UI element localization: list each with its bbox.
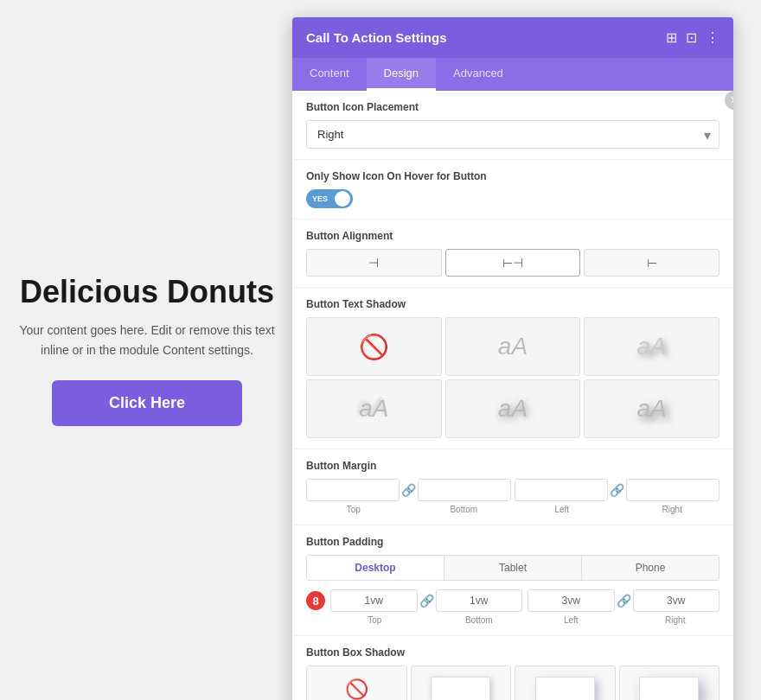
shadow-style-4[interactable]: aA bbox=[445, 379, 581, 438]
padding-lr-labels: Left Right bbox=[527, 615, 719, 625]
tab-content[interactable]: Content bbox=[292, 58, 367, 91]
tabs-bar: Content Design Advanced bbox=[292, 58, 733, 91]
shadow-none[interactable]: 🚫 bbox=[306, 317, 442, 376]
shadow-text-5: aA bbox=[637, 395, 667, 423]
icon-placement-section: Button Icon Placement Right Left None bbox=[292, 91, 733, 160]
margin-link-icon-2: 🔗 bbox=[610, 483, 624, 497]
text-shadow-section: Button Text Shadow 🚫 aA aA aA aA bbox=[292, 288, 733, 449]
show-icon-hover-toggle[interactable]: YES bbox=[306, 189, 353, 208]
shadow-text-4: aA bbox=[498, 395, 528, 423]
panel-content: Button Icon Placement Right Left None On… bbox=[292, 91, 733, 700]
padding-right-input[interactable] bbox=[633, 589, 720, 612]
settings-panel: Call To Action Settings ⊞ ⊡ ⋮ Content De… bbox=[292, 17, 733, 700]
padding-tb-labels: Top Bottom bbox=[330, 615, 523, 625]
padding-link-icon-2: 🔗 bbox=[617, 594, 631, 608]
margin-label: Button Margin bbox=[306, 460, 719, 472]
margin-bottom-label: Bottom bbox=[417, 505, 512, 514]
margin-labels-row: Top Bottom Left Right bbox=[306, 505, 719, 514]
margin-tb-labels: Top Bottom bbox=[306, 505, 511, 514]
padding-labels-row: Top Bottom Left Right bbox=[306, 615, 719, 625]
margin-right-label: Right bbox=[625, 505, 720, 514]
panel-header: Call To Action Settings ⊞ ⊡ ⋮ bbox=[292, 17, 733, 58]
shadow-style-2[interactable]: aA bbox=[584, 317, 719, 376]
box-shadow-none[interactable]: 🚫 bbox=[306, 665, 407, 700]
settings-icon[interactable]: ⊡ bbox=[686, 29, 697, 46]
align-left-btn[interactable]: ⊣ bbox=[306, 249, 442, 277]
box-shadow-label: Button Box Shadow bbox=[306, 646, 719, 659]
padding-left-input[interactable] bbox=[528, 589, 615, 612]
icon-placement-select[interactable]: Right Left None bbox=[306, 120, 719, 149]
no-box-shadow-icon: 🚫 bbox=[345, 678, 368, 700]
icon-placement-label: Button Icon Placement bbox=[306, 101, 719, 113]
align-center-btn[interactable]: ⊢⊣ bbox=[445, 249, 581, 277]
device-tabs: Desktop Tablet Phone bbox=[306, 555, 719, 581]
margin-left-input[interactable] bbox=[515, 479, 608, 501]
cta-button[interactable]: Click Here bbox=[52, 380, 242, 426]
toggle-yes-label: YES bbox=[309, 194, 331, 203]
box-shadow-style-3[interactable] bbox=[619, 665, 720, 700]
margin-bottom-input[interactable] bbox=[418, 479, 511, 501]
responsive-icon[interactable]: ⊞ bbox=[666, 29, 677, 46]
padding-badge: 8 bbox=[306, 591, 325, 610]
shadow-style-5[interactable]: aA bbox=[584, 379, 719, 438]
left-content-panel: Delicious Donuts Your content goes here.… bbox=[0, 0, 294, 700]
margin-left-right-group: 🔗 bbox=[515, 479, 719, 501]
shadow-style-3[interactable]: aA bbox=[306, 379, 442, 438]
margin-left-label: Left bbox=[515, 505, 610, 514]
no-shadow-icon: 🚫 bbox=[359, 333, 389, 361]
padding-section: Button Padding Desktop Tablet Phone 8 🔗 … bbox=[292, 525, 733, 636]
padding-right-label: Right bbox=[631, 615, 720, 625]
device-tab-desktop[interactable]: Desktop bbox=[307, 556, 444, 580]
padding-label: Button Padding bbox=[306, 536, 719, 548]
text-shadow-label: Button Text Shadow bbox=[306, 298, 719, 310]
margin-right-input[interactable] bbox=[626, 479, 719, 501]
align-right-btn[interactable]: ⊢ bbox=[584, 249, 719, 277]
margin-top-bottom-group: 🔗 bbox=[306, 479, 511, 501]
padding-left-right-group: 🔗 bbox=[528, 589, 719, 612]
padding-left-label: Left bbox=[527, 615, 616, 625]
tab-design[interactable]: Design bbox=[367, 58, 436, 91]
shadow-text-3: aA bbox=[359, 395, 388, 423]
box-shadow-preview-3 bbox=[639, 677, 699, 700]
show-icon-hover-label: Only Show Icon On Hover for Button bbox=[306, 170, 719, 182]
tab-advanced[interactable]: Advanced bbox=[436, 58, 521, 91]
margin-inputs-row: 🔗 🔗 bbox=[306, 479, 719, 501]
alignment-section: Button Alignment ⊣ ⊢⊣ ⊢ bbox=[292, 220, 733, 288]
box-shadow-preview-1 bbox=[431, 677, 490, 700]
show-icon-hover-toggle-wrapper: YES bbox=[306, 189, 719, 208]
page-body: Your content goes here. Edit or remove t… bbox=[17, 321, 277, 360]
more-options-icon[interactable]: ⋮ bbox=[706, 29, 719, 46]
margin-link-icon-1: 🔗 bbox=[401, 483, 416, 497]
alignment-options: ⊣ ⊢⊣ ⊢ bbox=[306, 249, 719, 277]
padding-top-input[interactable] bbox=[330, 589, 418, 612]
panel-title: Call To Action Settings bbox=[306, 30, 447, 45]
margin-section: Button Margin 🔗 🔗 Top Bottom bbox=[292, 449, 733, 525]
device-tab-phone[interactable]: Phone bbox=[582, 556, 719, 580]
box-shadow-style-1[interactable] bbox=[411, 665, 512, 700]
padding-link-icon-1: 🔗 bbox=[419, 594, 434, 608]
text-shadow-grid: 🚫 aA aA aA aA aA bbox=[306, 317, 719, 438]
page-title: Delicious Donuts bbox=[20, 274, 274, 310]
icon-placement-select-wrapper[interactable]: Right Left None bbox=[306, 120, 719, 149]
shadow-style-1[interactable]: aA bbox=[445, 317, 581, 376]
padding-top-bottom-group: 🔗 bbox=[330, 589, 522, 612]
shadow-text-1: aA bbox=[498, 333, 528, 360]
padding-bottom-input[interactable] bbox=[436, 589, 523, 612]
toggle-thumb bbox=[335, 191, 350, 207]
padding-bottom-label: Bottom bbox=[435, 615, 524, 625]
shadow-text-2: aA bbox=[637, 333, 667, 360]
box-shadow-grid: 🚫 bbox=[306, 665, 719, 700]
box-shadow-style-2[interactable] bbox=[515, 665, 616, 700]
padding-top-label: Top bbox=[330, 615, 419, 625]
margin-top-input[interactable] bbox=[306, 479, 400, 501]
padding-inputs-row: 8 🔗 🔗 bbox=[306, 589, 719, 612]
box-shadow-preview-2 bbox=[535, 677, 595, 700]
panel-header-icons: ⊞ ⊡ ⋮ bbox=[666, 29, 719, 46]
show-icon-hover-section: Only Show Icon On Hover for Button YES bbox=[292, 160, 733, 220]
margin-top-label: Top bbox=[306, 505, 401, 514]
margin-lr-labels: Left Right bbox=[515, 505, 719, 514]
device-tab-tablet[interactable]: Tablet bbox=[444, 556, 582, 580]
alignment-label: Button Alignment bbox=[306, 230, 719, 242]
box-shadow-section: Button Box Shadow 🚫 bbox=[292, 636, 733, 700]
